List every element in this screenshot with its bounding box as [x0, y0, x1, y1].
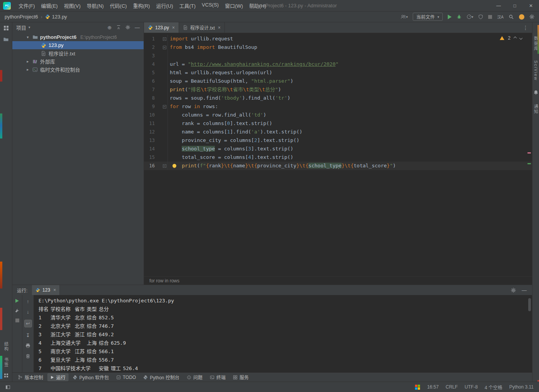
tree-right-arrow-icon[interactable]: ▸ — [25, 59, 30, 63]
tree-right-arrow-icon[interactable]: ▸ — [25, 67, 30, 72]
locate-file-icon[interactable]: ⊕ — [107, 25, 112, 30]
next-problem-icon[interactable] — [519, 37, 522, 40]
breadcrumb-project[interactable]: pythonProject6 — [5, 14, 38, 20]
close-tab-icon[interactable]: × — [218, 25, 221, 30]
toolwindow-version-control[interactable]: 版本控制 — [15, 373, 46, 381]
indent-indicator[interactable]: 4 个空格 — [485, 384, 502, 390]
run-config-dropdown[interactable]: 当前文件▾ — [413, 13, 443, 21]
coverage-shield-icon[interactable] — [478, 14, 483, 19]
tab-123-py[interactable]: 123.py × — [144, 22, 179, 33]
menu-窗口(W)[interactable]: 窗口(W) — [222, 1, 246, 10]
search-everywhere-icon[interactable] — [509, 14, 514, 20]
toolwindow-toggle-icon[interactable] — [5, 385, 10, 390]
inspection-widget[interactable]: 2 — [500, 35, 522, 41]
code-line-16[interactable]: 16− print(f"{rank}\t{name}\t{province_ci… — [144, 162, 532, 170]
fold-icon[interactable]: − — [163, 46, 166, 49]
code-line-15[interactable]: 15 total_score = columns[4].text.strip() — [144, 153, 532, 162]
print-icon[interactable] — [25, 343, 30, 348]
toolwindow-python-console[interactable]: Python 控制台 — [140, 373, 182, 381]
toolwindow-terminal[interactable]: 终端 — [207, 373, 229, 381]
code-line-10[interactable]: 10 columns = row.find_all('td') — [144, 111, 532, 119]
stop-button[interactable] — [488, 15, 492, 19]
grid-icon[interactable] — [3, 25, 9, 31]
sidebar-item-sciview[interactable]: SciView — [534, 60, 538, 81]
code-line-14[interactable]: 14 school_type = columns[3].text.strip() — [144, 145, 532, 153]
debug-bug-icon[interactable] — [457, 14, 462, 19]
tree-item-pythonProject6[interactable]: ▾pythonProject6E:\pythonProject6 — [12, 33, 144, 41]
code-line-6[interactable]: 6soup = BeautifulSoup(html, "html.parser… — [144, 77, 532, 85]
run-console[interactable]: E:\Python\python.exe E:\pythonProject6\1… — [34, 295, 532, 372]
tree-item-123.py[interactable]: 123.py — [12, 41, 144, 49]
toolwindow-problems[interactable]: 问题 — [184, 373, 206, 381]
code-line-5[interactable]: 5html = urllib.request.urlopen(url) — [144, 68, 532, 77]
settings-gear-icon[interactable] — [126, 25, 130, 30]
code-line-2[interactable]: 2−from bs4 import BeautifulSoup — [144, 43, 532, 52]
settings-gear-icon[interactable] — [529, 14, 534, 19]
code-editor[interactable]: 1−import urllib.request2−from bs4 import… — [144, 33, 532, 276]
prev-problem-icon[interactable] — [514, 37, 517, 40]
profiler-icon[interactable]: ▾ — [467, 14, 474, 19]
code-line-3[interactable]: 3 — [144, 52, 532, 60]
close-button[interactable]: ✕ — [523, 0, 539, 12]
toolwindow-python-packages[interactable]: Python 软件包 — [70, 373, 112, 381]
menu-编辑(E)[interactable]: 编辑(E) — [38, 1, 61, 10]
toolwindow-todo[interactable]: TODO — [113, 374, 139, 381]
fold-icon[interactable]: − — [163, 105, 166, 108]
sidebar-item-bookmarks[interactable]: 书签 — [3, 357, 9, 367]
menu-代码(C)[interactable]: 代码(C) — [107, 1, 130, 10]
code-line-4[interactable]: 4url = "http://www.shanghairanking.cn/ra… — [144, 60, 532, 68]
tree-item-临时文件和控制台[interactable]: ▸临时文件和控制台 — [12, 65, 144, 73]
breadcrumb-file[interactable]: 123.py — [45, 14, 67, 20]
run-tab-123[interactable]: 123 × — [32, 285, 59, 295]
more-options-icon[interactable]: ⋮ — [519, 22, 532, 33]
run-button[interactable] — [448, 15, 452, 19]
code-line-9[interactable]: 9−for row in rows: — [144, 102, 532, 111]
toolwindow-run[interactable]: 运行 — [47, 373, 69, 381]
collapse-all-icon[interactable] — [116, 25, 121, 30]
encoding-indicator[interactable]: UTF-8 — [465, 384, 478, 390]
sidebar-item-structure[interactable]: 结构 — [3, 342, 9, 352]
settings-gear-icon[interactable] — [511, 288, 516, 293]
rerun-button[interactable] — [15, 299, 19, 303]
close-tab-icon[interactable]: × — [172, 25, 175, 30]
tree-item-程序设计.txt[interactable]: 程序设计.txt — [12, 49, 144, 57]
project-view-dropdown[interactable]: 项目▾ — [16, 24, 30, 31]
menu-工具(T)[interactable]: 工具(T) — [176, 1, 199, 10]
menu-VCS(S)[interactable]: VCS(S) — [199, 1, 222, 10]
soft-wrap-toggle[interactable]: ↩ — [24, 320, 32, 327]
error-stripe[interactable] — [527, 33, 532, 276]
menu-导航(N)[interactable]: 导航(N) — [84, 1, 107, 10]
tree-down-arrow-icon[interactable]: ▾ — [25, 35, 30, 39]
code-line-7[interactable]: 7print("排名\t学校名称\t省市\t类型\t总分") — [144, 85, 532, 94]
scroll-to-end-icon[interactable]: ↧ — [26, 333, 30, 338]
menu-重构(R)[interactable]: 重构(R) — [130, 1, 153, 10]
stripe-mark-green[interactable] — [527, 163, 531, 164]
maximize-button[interactable]: □ — [507, 0, 523, 12]
hide-panel-icon[interactable]: — — [522, 287, 527, 293]
code-line-13[interactable]: 13 province_city = columns[2].text.strip… — [144, 136, 532, 145]
interpreter-indicator[interactable]: Python 3.11 — [509, 384, 534, 390]
caret-position[interactable]: 16:57 — [427, 384, 439, 390]
translate-icon[interactable]: 汉A — [497, 14, 504, 20]
up-arrow-icon[interactable]: ↑ — [27, 299, 29, 304]
stripe-mark-pink[interactable] — [527, 152, 531, 153]
tree-item-外部库[interactable]: ▸外部库 — [12, 57, 144, 65]
folder-icon[interactable] — [3, 37, 9, 42]
scrollbar-thumb[interactable] — [528, 298, 531, 311]
code-line-12[interactable]: 12 name = columns[1].find('a').text.stri… — [144, 128, 532, 136]
clear-console-icon[interactable] — [25, 354, 30, 359]
menu-文件(F)[interactable]: 文件(F) — [15, 1, 38, 10]
line-ending-indicator[interactable]: CRLF — [445, 384, 457, 390]
code-line-11[interactable]: 11 rank = columns[0].text.strip() — [144, 119, 532, 128]
down-arrow-icon[interactable]: ↓ — [27, 309, 29, 314]
menu-运行(U)[interactable]: 运行(U) — [153, 1, 176, 10]
toolwindow-services[interactable]: 服务 — [230, 373, 252, 381]
minimize-button[interactable]: — — [490, 0, 507, 12]
grid-small-icon[interactable] — [4, 373, 8, 378]
fold-icon[interactable]: − — [163, 164, 166, 168]
hide-panel-icon[interactable]: — — [135, 25, 140, 30]
close-tab-icon[interactable]: × — [53, 287, 56, 293]
bell-icon[interactable] — [534, 90, 538, 95]
collaborate-users-icon[interactable]: ▾ — [400, 14, 408, 19]
code-line-8[interactable]: 8rows = soup.find('tbody').find_all('tr'… — [144, 94, 532, 102]
